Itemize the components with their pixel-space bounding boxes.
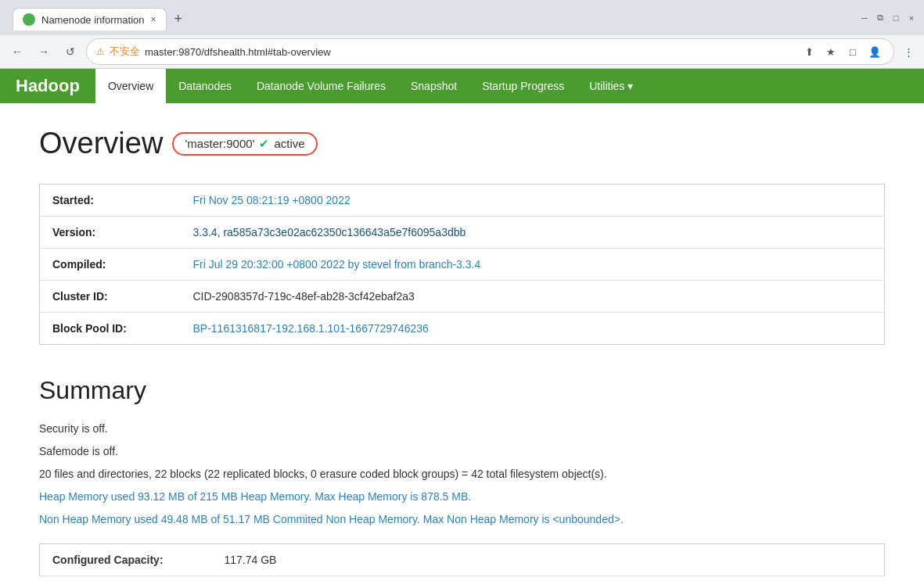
- badge-host: 'master:9000': [185, 137, 254, 150]
- profile-btn[interactable]: 👤: [865, 42, 884, 61]
- overview-title: Overview: [39, 127, 163, 160]
- nav-utilities[interactable]: Utilities ▾: [577, 69, 645, 103]
- tab-favicon: [23, 13, 35, 26]
- forward-btn[interactable]: →: [33, 41, 55, 63]
- page-wrapper: Overview 'master:9000' ✔ active Started:…: [0, 103, 924, 588]
- utilities-label: Utilities ▾: [589, 80, 633, 92]
- bookmark-btn[interactable]: ★: [822, 42, 840, 61]
- row-label-block-pool-id: Block Pool ID:: [40, 313, 181, 345]
- title-bar: Namenode information × + ─ ⧉ □ ×: [0, 0, 924, 35]
- back-btn[interactable]: ←: [6, 41, 28, 63]
- address-actions: ⬆ ★ □ 👤: [800, 42, 884, 61]
- security-icon: ⚠: [96, 46, 105, 57]
- table-row: Compiled: Fri Jul 29 20:32:00 +0800 2022…: [40, 249, 885, 281]
- info-table: Started: Fri Nov 25 08:21:19 +0800 2022 …: [39, 184, 885, 345]
- summary-title: Summary: [39, 376, 885, 405]
- close-btn[interactable]: ×: [905, 12, 918, 24]
- configured-capacity-label: Configured Capacity:: [40, 544, 212, 576]
- row-value-compiled: Fri Jul 29 20:32:00 +0800 2022 by stevel…: [193, 258, 481, 271]
- configured-capacity-value: 117.74 GB: [212, 544, 885, 576]
- address-bar[interactable]: ⚠ 不安全 master:9870/dfshealth.html#tab-ove…: [86, 38, 894, 65]
- row-value-version: 3.3.4, ra585a73c3e02ac62350c136643a5e7f6…: [193, 226, 466, 238]
- row-value-block-pool-id: BP-1161316817-192.168.1.101-166772974623…: [193, 322, 429, 335]
- browser-actions: ⋮: [899, 42, 918, 61]
- hadoop-navbar: Hadoop Overview Datanodes Datanode Volum…: [0, 69, 924, 103]
- summary-heap: Heap Memory used 93.12 MB of 215 MB Heap…: [39, 489, 885, 505]
- nav-datanode-volume-failures[interactable]: Datanode Volume Failures: [244, 69, 398, 103]
- badge-check-icon: ✔: [259, 137, 269, 151]
- extension-btn[interactable]: □: [843, 42, 862, 61]
- reload-btn[interactable]: ↺: [59, 41, 81, 63]
- table-row: Started: Fri Nov 25 08:21:19 +0800 2022: [40, 185, 885, 217]
- badge-status: active: [274, 137, 304, 150]
- row-label-cluster-id: Cluster ID:: [40, 281, 181, 313]
- nav-startup-progress[interactable]: Startup Progress: [469, 69, 577, 103]
- tab-title: Namenode information: [41, 14, 145, 26]
- browser-tab[interactable]: Namenode information ×: [13, 8, 167, 30]
- table-row: Configured Capacity: 117.74 GB: [40, 544, 885, 576]
- nav-snapshot[interactable]: Snapshot: [398, 69, 469, 103]
- row-label-version: Version:: [40, 217, 181, 249]
- bottom-table: Configured Capacity: 117.74 GB: [39, 543, 885, 576]
- row-label-started: Started:: [40, 185, 181, 217]
- tile-btn[interactable]: ⧉: [874, 12, 886, 24]
- address-bar-row: ← → ↺ ⚠ 不安全 master:9870/dfshealth.html#t…: [0, 35, 924, 68]
- menu-btn[interactable]: ⋮: [899, 42, 918, 61]
- overview-badge: 'master:9000' ✔ active: [172, 132, 317, 156]
- nav-overview[interactable]: Overview: [95, 69, 166, 103]
- table-row: Block Pool ID: BP-1161316817-192.168.1.1…: [40, 313, 885, 345]
- tab-bar: Namenode information × +: [6, 5, 195, 30]
- table-row: Cluster ID: CID-2908357d-719c-48ef-ab28-…: [40, 281, 885, 313]
- restore-btn[interactable]: □: [890, 12, 902, 24]
- summary-safemode: Safemode is off.: [39, 443, 885, 460]
- main-content: Overview 'master:9000' ✔ active Started:…: [0, 103, 924, 588]
- nav-datanodes[interactable]: Datanodes: [166, 69, 244, 103]
- tab-close-btn[interactable]: ×: [151, 14, 156, 25]
- summary-security: Security is off.: [39, 421, 885, 437]
- new-tab-btn[interactable]: +: [168, 8, 189, 30]
- security-label: 不安全: [110, 45, 140, 59]
- minimize-btn[interactable]: ─: [858, 12, 871, 24]
- summary-non-heap: Non Heap Memory used 49.48 MB of 51.17 M…: [39, 511, 885, 528]
- share-btn[interactable]: ⬆: [800, 42, 818, 61]
- table-row: Version: 3.3.4, ra585a73c3e02ac62350c136…: [40, 217, 885, 249]
- overview-heading: Overview 'master:9000' ✔ active: [39, 127, 885, 160]
- window-controls: ─ ⧉ □ ×: [858, 12, 918, 24]
- row-label-compiled: Compiled:: [40, 249, 181, 281]
- address-text: master:9870/dfshealth.html#tab-overview: [145, 46, 795, 58]
- hadoop-brand: Hadoop: [0, 69, 95, 103]
- row-value-cluster-id: CID-2908357d-719c-48ef-ab28-3cf42ebaf2a3: [193, 290, 415, 303]
- row-value-started: Fri Nov 25 08:21:19 +0800 2022: [193, 194, 351, 206]
- summary-files: 20 files and directories, 22 blocks (22 …: [39, 466, 885, 482]
